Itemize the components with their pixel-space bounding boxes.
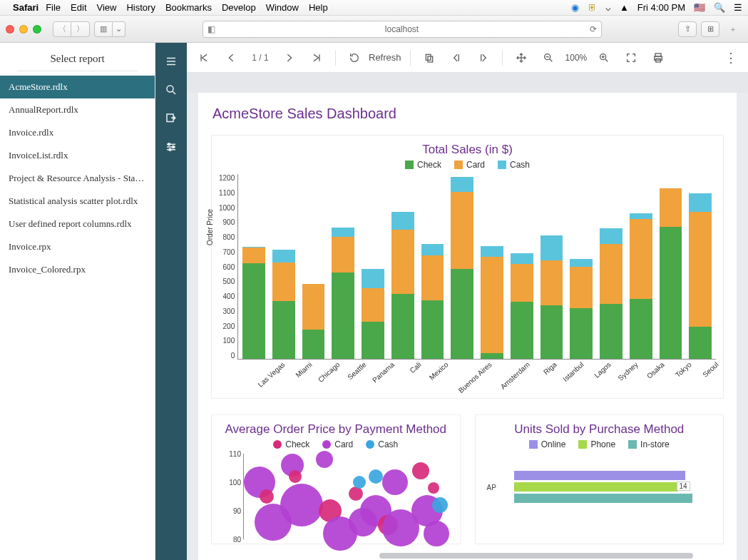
svg-point-10	[173, 146, 175, 148]
forward-button[interactable]: 〉	[71, 21, 90, 37]
report-item[interactable]: Invoice.rpx	[0, 235, 155, 258]
copy-button[interactable]	[419, 48, 439, 68]
report-item[interactable]: AnnualReport.rdlx	[0, 98, 155, 121]
report-item[interactable]: AcmeStore.rdlx	[0, 76, 155, 98]
report-canvas[interactable]: AcmeStore Sales Dashboard Total Sales (i…	[187, 73, 748, 560]
export-icon[interactable]	[155, 104, 187, 133]
zoom-level: 100%	[565, 53, 588, 63]
bar	[242, 247, 265, 359]
minimize-window-button[interactable]	[19, 25, 28, 34]
bar	[570, 259, 593, 359]
bubble-point	[382, 469, 408, 495]
y-tick: 500	[223, 278, 235, 285]
first-page-button[interactable]	[194, 48, 214, 68]
report-item[interactable]: Statistical analysis scatter plot.rdlx	[0, 190, 155, 213]
bar	[302, 284, 325, 359]
bar	[391, 212, 414, 359]
total-sales-chart: Total Sales (in $) CheckCardCash Order P…	[211, 135, 724, 399]
x-tick: Seoul	[696, 360, 739, 403]
shield-icon[interactable]: ⛨	[588, 2, 597, 13]
chart-plot-area: AP14	[483, 454, 717, 532]
horizontal-scrollbar[interactable]	[379, 553, 693, 559]
fullscreen-button[interactable]	[621, 48, 641, 68]
divider	[17, 71, 138, 71]
menubar-clock[interactable]: Fri 4:00 PM	[637, 2, 685, 13]
safari-toolbar: 〈 〉 ▥ ⌄ ◧ localhost ⟳ ⇪ ⊞ +	[0, 16, 748, 43]
bubble-point	[280, 484, 323, 526]
y-tick: 900	[223, 218, 235, 226]
hbar	[514, 471, 685, 480]
menubar-appname[interactable]: Safari	[13, 2, 39, 13]
tabs-button[interactable]: ⊞	[701, 21, 719, 37]
svg-line-26	[605, 59, 608, 61]
last-page-button[interactable]	[307, 48, 327, 68]
report-item[interactable]: InvoiceList.rdlx	[0, 144, 155, 167]
zoom-in-button[interactable]	[594, 48, 614, 68]
bubble-point	[432, 497, 448, 513]
new-tab-button[interactable]: +	[724, 21, 742, 37]
reader-icon[interactable]: ◧	[208, 24, 215, 34]
menu-view[interactable]: View	[97, 2, 117, 13]
zoom-window-button[interactable]	[33, 25, 41, 34]
menu-bookmarks[interactable]: Bookmarks	[165, 2, 212, 13]
report-list-panel: Select report AcmeStore.rdlxAnnualReport…	[0, 43, 155, 560]
back-button[interactable]: 〈	[53, 21, 71, 37]
sidebar-dropdown-button[interactable]: ⌄	[113, 21, 125, 37]
history-forward-button[interactable]	[473, 48, 493, 68]
print-button[interactable]	[648, 48, 668, 68]
menu-file[interactable]: File	[46, 2, 61, 13]
next-page-button[interactable]	[280, 48, 299, 68]
bubble-point	[289, 470, 302, 483]
search-icon[interactable]	[155, 76, 187, 104]
legend-item: In-store	[628, 439, 670, 449]
menu-history[interactable]: History	[126, 2, 155, 13]
reload-icon[interactable]: ⟳	[590, 24, 597, 34]
bubble-point	[412, 462, 429, 479]
report-item[interactable]: Invoice.rdlx	[0, 121, 155, 144]
legend-item: Check	[405, 160, 441, 170]
wifi-icon[interactable]: ⌵	[605, 2, 611, 13]
menu-develop[interactable]: Develop	[222, 2, 256, 13]
eject-icon[interactable]: ▲	[620, 2, 629, 13]
svg-line-4	[173, 91, 175, 94]
menu-edit[interactable]: Edit	[71, 2, 86, 13]
y-tick: 300	[223, 307, 235, 315]
y-tick: 0	[231, 352, 235, 360]
menu-help[interactable]: Help	[309, 2, 328, 13]
menu-window[interactable]: Window	[266, 2, 299, 13]
y-axis: Order Price 1200110010009008007006005004…	[219, 174, 237, 360]
close-window-button[interactable]	[6, 25, 14, 34]
share-button[interactable]: ⇪	[678, 21, 697, 37]
sidebar-toggle-button[interactable]: ▥	[94, 21, 113, 37]
chart-title: Units Sold by Purchase Method	[483, 422, 717, 437]
refresh-label: Refresh	[369, 52, 401, 63]
teamviewer-icon[interactable]: ◉	[571, 2, 579, 13]
spotlight-icon[interactable]: 🔍	[714, 2, 725, 13]
y-tick: 1000	[219, 204, 235, 212]
bubble-point	[369, 469, 383, 484]
window-controls	[6, 25, 41, 34]
bar	[600, 228, 623, 359]
chart-title: Total Sales (in $)	[219, 143, 716, 157]
report-item[interactable]: Invoice_Colored.rpx	[0, 258, 155, 281]
hamburger-icon[interactable]	[155, 47, 187, 76]
prev-page-button[interactable]	[221, 48, 241, 68]
bubble-point	[353, 476, 366, 489]
x-axis-labels: Las VegasMiamiChicagoSeattlePanamaCaliMe…	[219, 360, 716, 394]
legend-item: Online	[529, 439, 566, 449]
bar	[689, 193, 712, 359]
more-menu-button[interactable]: ⋮	[721, 48, 741, 68]
svg-point-9	[168, 143, 170, 146]
flag-icon[interactable]: 🇺🇸	[694, 2, 705, 13]
sliders-icon[interactable]	[155, 133, 187, 161]
refresh-button[interactable]	[344, 48, 364, 68]
report-item[interactable]: Project & Resource Analysis - Staff …	[0, 167, 155, 190]
list-icon[interactable]: ☰	[734, 2, 742, 13]
history-back-button[interactable]	[446, 48, 466, 68]
zoom-out-button[interactable]	[538, 48, 558, 68]
address-bar[interactable]: ◧ localhost ⟳	[203, 21, 602, 38]
report-item[interactable]: User defined report columns.rdlx	[0, 213, 155, 235]
dashboard-title: AcmeStore Sales Dashboard	[212, 106, 724, 122]
pan-button[interactable]	[511, 48, 531, 68]
bar	[332, 228, 354, 359]
